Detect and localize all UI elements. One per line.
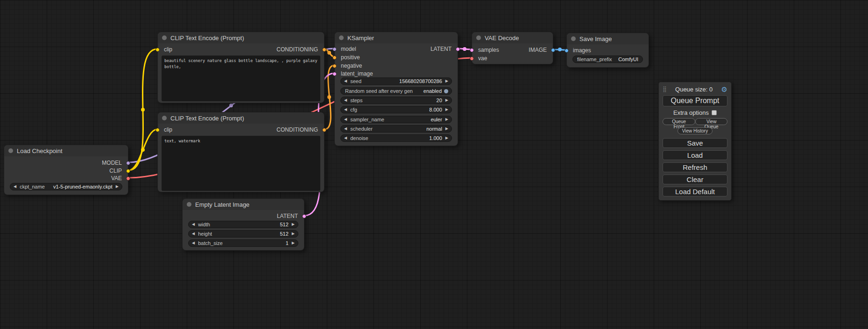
toggle-dot[interactable]: [444, 89, 448, 93]
widget-denoise[interactable]: ◀ denoise 1.000 ▶: [340, 134, 452, 142]
image-output-dot[interactable]: [551, 48, 555, 52]
node-load-checkpoint[interactable]: Load Checkpoint MODEL CLIP VAE ◀ ckpt_na…: [4, 145, 128, 195]
widget-height[interactable]: ◀ height 512 ▶: [188, 230, 298, 238]
node-title-bar[interactable]: Load Checkpoint: [4, 145, 128, 156]
right-arrow-icon[interactable]: ▶: [445, 118, 448, 121]
right-arrow-icon[interactable]: ▶: [445, 136, 448, 140]
extra-options-label: Extra options: [673, 109, 709, 116]
widget-value: normal: [373, 126, 442, 132]
slot-label: positive: [341, 54, 360, 61]
left-arrow-icon[interactable]: ◀: [344, 127, 347, 131]
widget-label: denoise: [350, 135, 368, 141]
view-history-button[interactable]: View History: [677, 127, 713, 134]
widget-label: height: [198, 231, 212, 237]
widget-ckpt-name[interactable]: ◀ ckpt_name v1-5-pruned-emaonly.ckpt ▶: [10, 183, 122, 190]
slot-label: CONDITIONING: [276, 46, 318, 53]
save-button[interactable]: Save: [663, 138, 727, 148]
output-slot-clip: CLIP: [4, 168, 128, 174]
node-clip-text-encode-positive[interactable]: CLIP Text Encode (Prompt) clip CONDITION…: [157, 32, 325, 103]
left-arrow-icon[interactable]: ◀: [344, 98, 347, 102]
clip-output-dot[interactable]: [126, 169, 130, 173]
node-empty-latent-image[interactable]: Empty Latent Image LATENT ◀ width 512 ▶ …: [182, 198, 304, 251]
slot-label: negative: [341, 63, 362, 69]
right-arrow-icon[interactable]: ▶: [292, 232, 295, 236]
widget-label: steps: [350, 98, 362, 103]
extra-options-checkbox[interactable]: [712, 110, 717, 115]
positive-input-dot[interactable]: [332, 56, 337, 60]
node-title: Load Checkpoint: [17, 147, 63, 154]
view-queue-button[interactable]: View Queue: [695, 118, 727, 125]
widget-scheduler[interactable]: ◀ scheduler normal ▶: [340, 125, 452, 133]
right-arrow-icon[interactable]: ▶: [116, 185, 119, 189]
node-title-bar[interactable]: CLIP Text Encode (Prompt): [158, 32, 324, 43]
left-arrow-icon[interactable]: ◀: [344, 136, 347, 140]
negative-prompt-textarea[interactable]: text, watermark: [162, 136, 320, 191]
queue-buttons-row: Queue Front View Queue: [663, 118, 727, 125]
output-slot-latent: LATENT: [335, 46, 458, 52]
conditioning-output-dot[interactable]: [322, 48, 326, 52]
wire-midpoint-dot: [463, 47, 466, 51]
slot-label: CLIP: [109, 168, 122, 174]
left-arrow-icon[interactable]: ◀: [192, 241, 195, 245]
node-clip-text-encode-negative[interactable]: CLIP Text Encode (Prompt) clip CONDITION…: [157, 112, 325, 192]
vae-output-dot[interactable]: [126, 176, 130, 181]
right-arrow-icon[interactable]: ▶: [292, 241, 295, 245]
left-arrow-icon[interactable]: ◀: [344, 118, 347, 121]
negative-input-dot[interactable]: [332, 64, 337, 68]
widget-filename-prefix[interactable]: filename_prefix ComfyUI: [572, 56, 643, 63]
widget-label: cfg: [350, 107, 357, 112]
latent-output-dot[interactable]: [302, 214, 306, 218]
widget-width[interactable]: ◀ width 512 ▶: [188, 221, 298, 228]
latent-output-dot[interactable]: [456, 47, 460, 51]
queue-front-button[interactable]: Queue Front: [663, 118, 695, 125]
right-arrow-icon[interactable]: ▶: [445, 98, 448, 102]
right-arrow-icon[interactable]: ▶: [445, 127, 448, 131]
node-title-bar[interactable]: Empty Latent Image: [183, 199, 304, 210]
images-input-dot[interactable]: [565, 49, 569, 53]
queue-prompt-button[interactable]: Queue Prompt: [663, 95, 727, 106]
widget-seed[interactable]: ◀ seed 156680208700286 ▶: [340, 77, 452, 85]
node-save-image[interactable]: Save Image images filename_prefix ComfyU…: [566, 33, 649, 68]
right-arrow-icon[interactable]: ▶: [292, 223, 295, 226]
conditioning-output-dot[interactable]: [322, 128, 326, 132]
widget-label: sampler_name: [350, 117, 384, 122]
right-arrow-icon[interactable]: ▶: [445, 108, 448, 112]
node-title-bar[interactable]: CLIP Text Encode (Prompt): [158, 112, 324, 124]
node-ksampler[interactable]: KSampler model LATENT positive negative …: [334, 32, 458, 146]
widget-value: 1: [223, 240, 289, 246]
left-arrow-icon[interactable]: ◀: [344, 108, 347, 112]
node-title-bar[interactable]: VAE Decode: [472, 32, 553, 43]
node-status-dot: [339, 35, 344, 40]
vae-input-dot[interactable]: [470, 56, 474, 61]
clear-button[interactable]: Clear: [663, 175, 727, 184]
left-arrow-icon[interactable]: ◀: [192, 223, 195, 226]
left-arrow-icon[interactable]: ◀: [192, 232, 195, 236]
menu-drag-handle-icon[interactable]: ⣿: [663, 86, 667, 92]
node-status-dot: [187, 202, 191, 207]
node-title-bar[interactable]: Save Image: [567, 33, 649, 44]
widget-steps[interactable]: ◀ steps 20 ▶: [340, 97, 452, 104]
widget-random-seed-toggle[interactable]: Random seed after every gen enabled: [340, 87, 452, 95]
load-button[interactable]: Load: [663, 150, 727, 160]
widget-label: Random seed after every gen: [345, 88, 413, 94]
slot-label: vae: [478, 55, 487, 62]
widget-cfg[interactable]: ◀ cfg 8.000 ▶: [340, 106, 452, 113]
node-title: CLIP Text Encode (Prompt): [170, 115, 244, 122]
slot-label: images: [573, 47, 591, 54]
model-output-dot[interactable]: [126, 161, 130, 165]
settings-gear-icon[interactable]: ⚙: [721, 86, 727, 93]
node-title-bar[interactable]: KSampler: [335, 32, 458, 43]
positive-prompt-textarea[interactable]: beautiful scenery nature glass bottle la…: [162, 56, 320, 101]
right-arrow-icon[interactable]: ▶: [445, 79, 448, 83]
refresh-button[interactable]: Refresh: [663, 162, 727, 172]
widget-sampler-name[interactable]: ◀ sampler_name euler ▶: [340, 116, 452, 123]
node-title: Empty Latent Image: [195, 201, 249, 208]
left-arrow-icon[interactable]: ◀: [344, 79, 347, 83]
node-vae-decode[interactable]: VAE Decode samples IMAGE vae: [472, 32, 553, 64]
latent-image-input-dot[interactable]: [332, 72, 337, 76]
left-arrow-icon[interactable]: ◀: [14, 185, 16, 189]
comfy-menu-panel: ⣿ Queue size: 0 ⚙ Queue Prompt Extra opt…: [658, 82, 732, 201]
output-slot-conditioning: CONDITIONING: [158, 126, 324, 133]
widget-batch-size[interactable]: ◀ batch_size 1 ▶: [188, 239, 298, 247]
load-default-button[interactable]: Load Default: [663, 187, 727, 196]
